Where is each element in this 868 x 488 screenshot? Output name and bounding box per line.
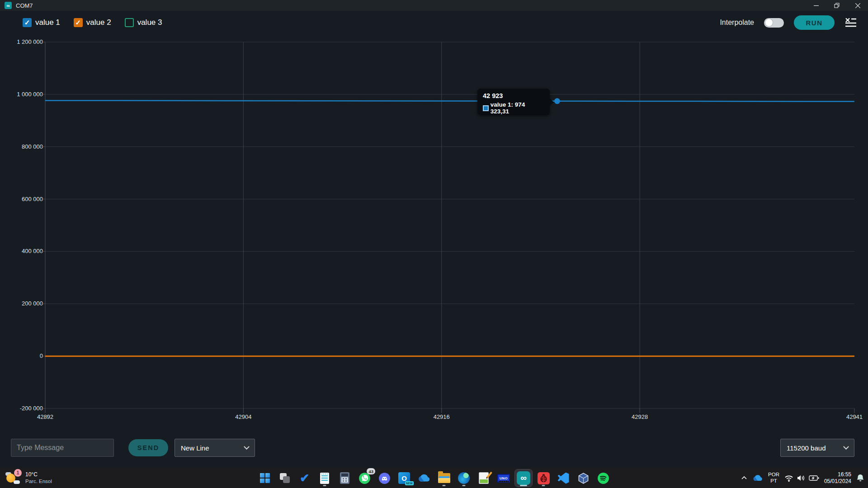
restore-icon (834, 3, 840, 8)
value-1-label: value 1 (35, 18, 60, 27)
notepad-running-indicator (323, 485, 326, 486)
battery-charging-icon[interactable] (809, 475, 819, 481)
taskbar-arduino-ide-button[interactable]: ∞ (515, 469, 532, 487)
tooltip-arrow (549, 98, 554, 106)
close-icon (855, 3, 860, 8)
ladybug-debugger-running-indicator (542, 485, 545, 486)
chevron-down-icon (244, 444, 250, 450)
minimize-button[interactable] (806, 0, 826, 11)
x-axis-tick-label: 42892 (27, 413, 63, 420)
interpolate-toggle[interactable] (764, 18, 784, 28)
arduino-ide-icon: ∞ (517, 471, 530, 485)
weather-icon: 1 (5, 471, 21, 485)
y-axis-tick-label: 800 000 (0, 143, 43, 150)
tooltip-series-swatch (483, 105, 489, 111)
value-1-checkbox[interactable]: ✓ (23, 18, 32, 27)
taskbar-start-button[interactable] (256, 469, 274, 487)
value-3-label: value 3 (137, 18, 162, 27)
todo-check-icon: ✔ (300, 472, 310, 484)
ladybug-icon (538, 472, 550, 484)
taskbar-app-icons: ✔43ONEWUNO∞ (256, 468, 612, 488)
legend-item-value-2[interactable]: ✓ value 2 (74, 18, 111, 27)
taskbar-notepad-button[interactable] (316, 469, 333, 487)
edge-running-indicator (462, 485, 466, 486)
titlebar: ∞ COM7 (0, 0, 868, 11)
chart-tooltip: 42 923 value 1: 974 323,31 (477, 89, 550, 115)
taskbar-photo-editor-button[interactable] (475, 469, 492, 487)
clock[interactable]: 16:55 05/01/2024 (824, 471, 851, 485)
baud-rate-value: 115200 baud (787, 444, 826, 452)
windows-taskbar: 1 10°C Parc. Ensol ✔43ONEWUNO∞ POR PT 16… (0, 468, 868, 488)
clear-chart-button[interactable] (844, 17, 857, 28)
weather-temperature: 10°C (25, 471, 52, 478)
hidden-icons-chevron[interactable] (741, 476, 747, 480)
arduino-uno-icon: UNO (497, 474, 510, 483)
weather-condition: Parc. Ensol (25, 478, 52, 484)
language-indicator[interactable]: POR PT (768, 472, 779, 484)
taskbar-file-explorer-button[interactable] (435, 469, 453, 487)
task-view-icon (279, 473, 290, 483)
taskbar-arduino-uno-button[interactable]: UNO (495, 469, 512, 487)
taskbar-calculator-button[interactable] (336, 469, 353, 487)
notifications-bell-icon[interactable] (856, 474, 864, 483)
y-axis-tick-label: 0 (0, 352, 43, 359)
close-button[interactable] (847, 0, 868, 11)
taskbar-spotify-button[interactable] (594, 469, 612, 487)
plotter-toolbar: ✓ value 1 ✓ value 2 value 3 Interpolate … (0, 14, 868, 32)
y-axis-tick-label: 200 000 (0, 300, 43, 307)
taskbar-whatsapp-button[interactable]: 43 (356, 469, 373, 487)
message-input[interactable] (11, 439, 114, 457)
file-explorer-running-indicator (443, 485, 446, 486)
value-2-checkbox[interactable]: ✓ (74, 18, 83, 27)
file-explorer-icon (438, 473, 450, 483)
taskbar-task-view-button[interactable] (276, 469, 293, 487)
chart-plot-area[interactable]: 1 200 0001 000 000800 000600 000400 0002… (0, 0, 868, 488)
taskbar-virtualbox-button[interactable] (575, 469, 592, 487)
taskbar-discord-button[interactable] (376, 469, 393, 487)
taskbar-outlook-button[interactable]: ONEW (396, 469, 413, 487)
wifi-icon[interactable] (784, 474, 793, 482)
x-axis-tick-label: 42916 (424, 413, 460, 420)
spotify-icon (597, 472, 609, 484)
y-axis-tick-label: 1 200 000 (0, 38, 43, 45)
whatsapp-badge: 43 (367, 468, 375, 474)
baud-rate-select[interactable]: 115200 baud (780, 439, 854, 457)
taskbar-todo-button[interactable]: ✔ (296, 469, 313, 487)
notepad-icon (320, 473, 329, 484)
taskbar-ladybug-debugger-button[interactable] (535, 469, 552, 487)
weather-badge: 1 (14, 469, 22, 477)
taskbar-edge-button[interactable] (455, 469, 472, 487)
legend-item-value-1[interactable]: ✓ value 1 (23, 18, 60, 27)
tray-time: 16:55 (824, 471, 851, 478)
send-button[interactable]: SEND (128, 439, 168, 456)
virtualbox-icon (577, 472, 590, 484)
highlighted-data-point (554, 98, 560, 104)
taskbar-onedrive-button[interactable] (415, 469, 433, 487)
series-legend: ✓ value 1 ✓ value 2 value 3 (23, 18, 162, 27)
discord-icon (378, 472, 391, 484)
weather-widget[interactable]: 1 10°C Parc. Ensol (5, 468, 52, 488)
taskbar-vscode-button[interactable] (555, 469, 572, 487)
legend-item-value-3[interactable]: value 3 (125, 18, 162, 27)
clear-chart-icon (845, 17, 857, 28)
system-tray: POR PT 16:55 05/01/2024 (741, 468, 864, 488)
calculator-icon (340, 472, 349, 484)
tray-date: 05/01/2024 (824, 478, 851, 485)
y-axis-tick-label: 1 000 000 (0, 91, 43, 98)
onedrive-tray-icon[interactable] (752, 474, 763, 482)
restore-button[interactable] (826, 0, 847, 11)
interpolate-label: Interpolate (720, 19, 754, 27)
line-ending-value: New Line (181, 444, 209, 452)
serial-message-bar: SEND New Line 115200 baud (0, 437, 868, 459)
run-button[interactable]: RUN (794, 15, 835, 30)
arduino-app-icon: ∞ (5, 2, 12, 9)
y-axis-tick-label: 600 000 (0, 196, 43, 202)
vscode-icon (558, 473, 569, 484)
value-2-label: value 2 (86, 18, 111, 27)
line-ending-select[interactable]: New Line (175, 439, 255, 457)
onedrive-icon (417, 474, 431, 483)
windows-start-icon (260, 473, 270, 483)
value-3-checkbox[interactable] (125, 18, 134, 27)
outlook-tag: NEW (405, 481, 414, 485)
volume-icon[interactable] (797, 474, 806, 482)
